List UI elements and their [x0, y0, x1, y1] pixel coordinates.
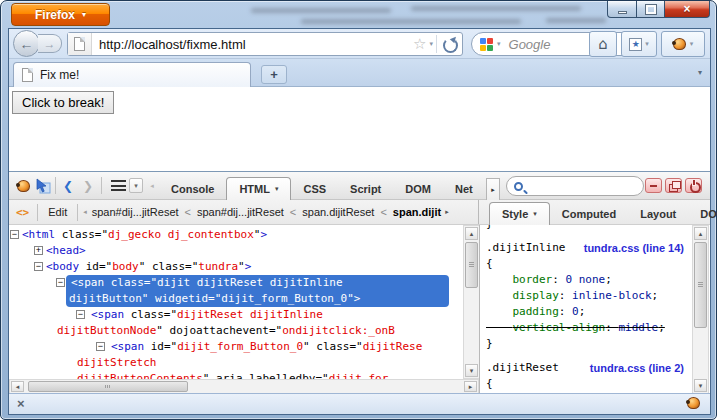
- style-vertical-scrollbar[interactable]: ▴ ▾: [692, 225, 709, 394]
- minimize-button[interactable]: [607, 1, 637, 18]
- tree-row[interactable]: −<span class="dijitReset dijitInline: [9, 307, 463, 323]
- search-bar[interactable]: ▾ Google: [471, 32, 643, 56]
- scrollbar-thumb[interactable]: [28, 381, 188, 392]
- tab-console[interactable]: Console: [159, 177, 226, 200]
- css-rule-selector[interactable]: tundra.css (line 14).dijitInline: [486, 240, 692, 256]
- edit-button[interactable]: Edit: [38, 200, 77, 224]
- css-property[interactable]: display: inline-block;: [486, 288, 692, 304]
- expander-minus-icon[interactable]: −: [56, 278, 65, 287]
- tree-row[interactable]: −<span class="dijit dijitReset dijitInli…: [9, 275, 463, 291]
- tab-fix-me[interactable]: Fix me!: [13, 62, 251, 87]
- tree-row[interactable]: dijitStretch: [9, 355, 463, 371]
- firebug-menu-button[interactable]: ▾: [661, 31, 705, 57]
- breadcrumb-item[interactable]: span#dij...jitReset: [92, 206, 179, 218]
- breadcrumb-scroll-right[interactable]: ▸: [445, 208, 449, 216]
- addon-bar-close-button[interactable]: ×: [17, 396, 25, 411]
- expander-minus-icon[interactable]: −: [34, 262, 43, 271]
- firefox-app-button[interactable]: Firefox ▾: [11, 3, 110, 26]
- forward-button[interactable]: →: [38, 34, 62, 53]
- maximize-button[interactable]: [636, 1, 665, 18]
- firebug-statusbar-icon[interactable]: [687, 397, 700, 409]
- firebug-menu-icon-button[interactable]: [14, 172, 32, 199]
- tab-script[interactable]: Script: [338, 177, 393, 200]
- side-tab-dom[interactable]: DOM: [688, 202, 717, 225]
- scroll-up-icon[interactable]: ▴: [694, 227, 707, 240]
- tree-row[interactable]: −<body id="body" class="tundra">: [9, 259, 463, 275]
- breadcrumb-item[interactable]: span#dij...jitReset: [197, 206, 284, 218]
- reload-button[interactable]: [440, 35, 458, 53]
- firebug-search-input[interactable]: [506, 176, 644, 196]
- breadcrumb: span#dij...jitReset<span#dij...jitReset<…: [92, 206, 441, 218]
- url-bar[interactable]: http://localhost/fixme.html ☆ ▾: [67, 32, 463, 56]
- css-file-link[interactable]: tundra.css (line 14): [584, 240, 692, 256]
- options-menu-button[interactable]: [107, 172, 129, 199]
- click-to-break-button[interactable]: Click to break!: [12, 91, 114, 114]
- scroll-left-icon[interactable]: ◂: [11, 381, 24, 392]
- expander-plus-icon[interactable]: +: [34, 246, 43, 255]
- css-property[interactable]: padding: 0;: [486, 304, 692, 320]
- side-panel-tabs: Style▾ComputedLayoutDOM: [479, 200, 710, 225]
- chevron-down-icon: ▾: [275, 185, 279, 193]
- new-tab-button[interactable]: +: [261, 65, 287, 84]
- firebug-icon: [17, 180, 30, 192]
- tree-row[interactable]: dijitButton" widgetid="dijit_form_Button…: [9, 291, 463, 307]
- tab-net[interactable]: Net: [443, 177, 485, 200]
- panel-tabs-scroll-right[interactable]: ▸: [486, 176, 500, 203]
- history-back-button[interactable]: ❮: [59, 172, 77, 199]
- tree-row[interactable]: dijitButtonContents" aria-labelledby="di…: [9, 371, 463, 379]
- firebug-detach-button[interactable]: [665, 178, 682, 193]
- glass-blur-decoration: [301, 19, 521, 24]
- back-button[interactable]: ←: [13, 30, 40, 57]
- close-button[interactable]: ×: [664, 1, 710, 18]
- css-file-link[interactable]: tundra.css (line 2): [590, 360, 692, 376]
- expander-minus-icon[interactable]: −: [10, 230, 19, 239]
- breadcrumb-item[interactable]: span.dijit: [393, 206, 441, 218]
- tab-css[interactable]: CSS: [291, 177, 338, 200]
- scroll-up-icon[interactable]: ▴: [465, 227, 478, 240]
- expander-minus-icon[interactable]: −: [96, 342, 105, 351]
- tree-row[interactable]: −<html class="dj_gecko dj_contentbox">: [9, 227, 463, 243]
- firebug-deactivate-button[interactable]: [685, 178, 702, 193]
- tab-html[interactable]: HTML▾: [226, 177, 291, 200]
- scroll-down-icon[interactable]: ▾: [694, 379, 707, 392]
- html-tree: −<html class="dj_gecko dj_contentbox">+<…: [9, 225, 463, 379]
- page-icon: [74, 37, 85, 51]
- css-property[interactable]: vertical-align: middle;: [486, 320, 692, 336]
- options-dropdown-button[interactable]: ▾: [129, 178, 143, 193]
- expander-minus-icon[interactable]: −: [76, 310, 85, 319]
- side-tab-computed[interactable]: Computed: [550, 202, 628, 225]
- history-forward-button[interactable]: ❯: [79, 172, 97, 199]
- firebug-panel: ❮ ❯ ▾ ◂ ConsoleHTML▾CSSScriptDOMNet ▸: [9, 171, 710, 393]
- side-tab-style[interactable]: Style▾: [489, 202, 550, 225]
- addon-bar: ×: [9, 393, 710, 414]
- css-rule-selector[interactable]: tundra.css (line 2).dijitReset: [486, 360, 692, 376]
- breadcrumb-item[interactable]: span.dijitReset: [302, 206, 374, 218]
- scroll-right-icon[interactable]: ▸: [464, 381, 477, 392]
- breadcrumb-scroll-left[interactable]: ◂: [83, 208, 87, 216]
- scroll-down-icon[interactable]: ▾: [465, 364, 478, 377]
- tree-row[interactable]: +<head>: [9, 243, 463, 259]
- scrollbar-thumb[interactable]: [465, 242, 478, 288]
- tree-row[interactable]: dijitButtonNode" dojoattachevent="ondiji…: [9, 323, 463, 339]
- bookmark-star-icon[interactable]: ☆: [413, 35, 426, 53]
- inspect-element-button[interactable]: [33, 172, 53, 199]
- tree-horizontal-scrollbar[interactable]: ◂ ▸: [9, 379, 479, 394]
- tree-row[interactable]: −<span id="dijit_form_Button_0" class="d…: [9, 339, 463, 355]
- google-icon[interactable]: [480, 38, 493, 51]
- bookmarks-button[interactable]: ★ ▾: [621, 31, 657, 57]
- site-identity-button[interactable]: [68, 33, 92, 55]
- scrollbar-thumb[interactable]: [694, 242, 707, 328]
- side-tab-layout[interactable]: Layout: [628, 202, 688, 225]
- hamburger-icon: [111, 180, 126, 191]
- url-text[interactable]: http://localhost/fixme.html: [92, 37, 413, 52]
- clipped-close-brace[interactable]: }: [486, 225, 692, 232]
- panel-tabs-scroll-left[interactable]: ◂: [147, 172, 157, 199]
- list-all-tabs-button[interactable]: ▾: [698, 68, 702, 77]
- css-property[interactable]: border: 0 none;: [486, 272, 692, 288]
- tab-title: Fix me!: [40, 68, 79, 82]
- firebug-minimize-button[interactable]: [645, 178, 662, 193]
- url-dropdown-icon[interactable]: ▾: [429, 40, 433, 48]
- tree-vertical-scrollbar[interactable]: ▴ ▾: [463, 225, 480, 379]
- home-button[interactable]: ⌂: [589, 31, 617, 57]
- tab-dom[interactable]: DOM: [393, 177, 443, 200]
